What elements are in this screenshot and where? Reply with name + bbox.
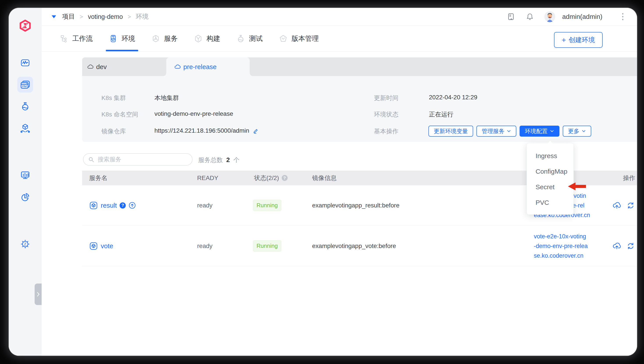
env-tab-label: dev	[96, 63, 107, 71]
more-menu-button[interactable]	[621, 12, 624, 21]
button-label: 环境配置	[525, 127, 548, 135]
environment-code-icon	[109, 34, 118, 43]
sidebar-item-insight[interactable]	[9, 170, 42, 180]
environment-info-panel: K8s 集群 本地集群 K8s 命名空间 voting-demo-env-pre…	[82, 76, 637, 142]
avatar-image	[544, 11, 555, 22]
service-name-link[interactable]: result	[101, 202, 117, 209]
info-label: 镜像仓库	[102, 127, 126, 135]
user-avatar[interactable]	[544, 11, 555, 22]
image-cell: examplevotingapp_vote:before	[312, 226, 396, 266]
service-entry-link[interactable]: vote-e2e-10x-voting	[534, 232, 586, 241]
info-label: 基本操作	[374, 127, 398, 135]
main-area: 项目 > voting-demo > 环境	[42, 8, 637, 356]
breadcrumb-project-name[interactable]: voting-demo	[88, 13, 123, 20]
notifications-button[interactable]	[526, 12, 534, 21]
build-icon	[194, 34, 202, 43]
service-name-cell: vote	[89, 226, 113, 266]
sidebar-item-settings[interactable]: Z	[9, 239, 42, 250]
service-help-badge[interactable]: ?	[120, 202, 126, 209]
cloud-icon	[174, 64, 181, 70]
table-row-vote: vote ready Running examplevotingapp_vote…	[82, 226, 637, 266]
sidebar-item-dashboard[interactable]	[9, 58, 42, 68]
env-tab-dev[interactable]: dev	[82, 57, 166, 76]
col-status: 状态(2/2) ?	[254, 170, 288, 185]
total-unit: 个	[233, 156, 240, 164]
publish-service-button[interactable]	[612, 241, 622, 251]
service-icon	[89, 242, 98, 250]
info-label: K8s 命名空间	[102, 110, 138, 119]
sidebar-item-statistics[interactable]	[9, 192, 42, 202]
breadcrumb-separator: >	[128, 13, 131, 20]
tab-services[interactable]: 服务	[151, 26, 178, 51]
create-environment-label: 创建环境	[569, 36, 595, 45]
tab-environments[interactable]: 环境	[109, 26, 135, 51]
sidebar-item-delivery[interactable]	[9, 123, 42, 133]
tab-releases[interactable]: 版本管理	[279, 26, 319, 51]
entry-link-cell: vote-e2e-10x-voting -demo-env-pre-relea …	[534, 226, 588, 266]
col-image: 镜像信息	[312, 170, 337, 185]
service-entry-link[interactable]: -demo-env-pre-relea	[534, 241, 588, 251]
flask-icon	[20, 101, 30, 111]
status-cell: Running	[253, 185, 281, 225]
service-name-link[interactable]: vote	[101, 242, 113, 250]
service-entry-link[interactable]: se.ko.coderover.cn	[534, 251, 584, 261]
docs-button[interactable]	[506, 12, 516, 21]
tab-builds[interactable]: 构建	[194, 26, 220, 51]
create-environment-button[interactable]: + 创建环境	[554, 32, 602, 48]
sync-refresh-icon	[626, 201, 635, 210]
stats-monitor-icon	[20, 170, 30, 180]
docs-book-icon	[506, 12, 516, 21]
sidebar-collapse-handle[interactable]	[34, 284, 42, 305]
dropdown-item-configmap[interactable]: ConfigMap	[527, 163, 574, 179]
sidebar: PM	[9, 8, 42, 356]
chevron-down-icon	[507, 129, 511, 133]
breadcrumb-separator: >	[80, 13, 83, 20]
actions-cell	[612, 226, 637, 266]
status-badge: Running	[253, 240, 281, 252]
service-search[interactable]	[83, 153, 192, 165]
update-env-vars-button[interactable]: 更新环境变量	[428, 126, 473, 137]
info-label: K8s 集群	[102, 94, 126, 102]
project-nav-tabs: 工作流 环境 服务	[42, 26, 637, 52]
publish-service-button[interactable]	[612, 201, 622, 210]
dropdown-item-secret[interactable]: Secret	[527, 179, 574, 195]
restart-service-button[interactable]	[626, 201, 635, 210]
sidebar-item-projects[interactable]: PM	[9, 79, 42, 90]
plus-icon: +	[562, 36, 566, 44]
dropdown-item-ingress[interactable]: Ingress	[527, 148, 574, 163]
services-cube-icon	[151, 34, 160, 43]
ready-cell: ready	[197, 185, 212, 225]
breadcrumb-current-page: 环境	[136, 12, 148, 21]
breadcrumb-dropdown-caret-icon[interactable]	[52, 15, 56, 18]
zadig-logo-icon	[19, 19, 32, 32]
restart-service-button[interactable]	[626, 242, 635, 250]
chevron-right-icon	[36, 291, 40, 297]
gear-z-settings-icon: Z	[20, 239, 31, 250]
env-status-value: 正在运行	[429, 110, 454, 119]
publish-arrow-icon[interactable]	[128, 202, 136, 209]
env-config-button[interactable]: 环境配置	[520, 126, 560, 137]
activity-monitor-icon	[20, 58, 30, 68]
search-input[interactable]	[97, 156, 181, 163]
zadig-logo[interactable]	[9, 19, 42, 32]
button-label: 管理服务	[482, 127, 504, 135]
col-service-name: 服务名	[89, 170, 108, 185]
breadcrumb-projects[interactable]: 项目	[62, 12, 75, 21]
k8s-cluster-value: 本地集群	[154, 94, 179, 102]
more-button[interactable]: 更多	[563, 126, 591, 137]
breadcrumb: 项目 > voting-demo > 环境	[62, 12, 148, 21]
env-tab-pre-release[interactable]: pre-release	[166, 57, 250, 76]
tab-workflows[interactable]: 工作流	[60, 26, 93, 51]
edit-pencil-icon[interactable]	[252, 127, 259, 134]
tab-tests[interactable]: 测试	[236, 26, 263, 51]
manage-services-button[interactable]: 管理服务	[476, 126, 516, 137]
topbar-right: admin(admin)	[506, 11, 624, 22]
sidebar-item-testing[interactable]	[9, 101, 42, 111]
status-help-icon[interactable]: ?	[282, 175, 288, 181]
status-cell: Running	[253, 226, 281, 266]
info-label: 环境状态	[374, 110, 398, 119]
delivery-box-icon	[20, 123, 30, 133]
sync-refresh-icon	[626, 242, 635, 250]
dropdown-item-pvc[interactable]: PVC	[527, 195, 574, 210]
username-label[interactable]: admin(admin)	[562, 13, 602, 20]
